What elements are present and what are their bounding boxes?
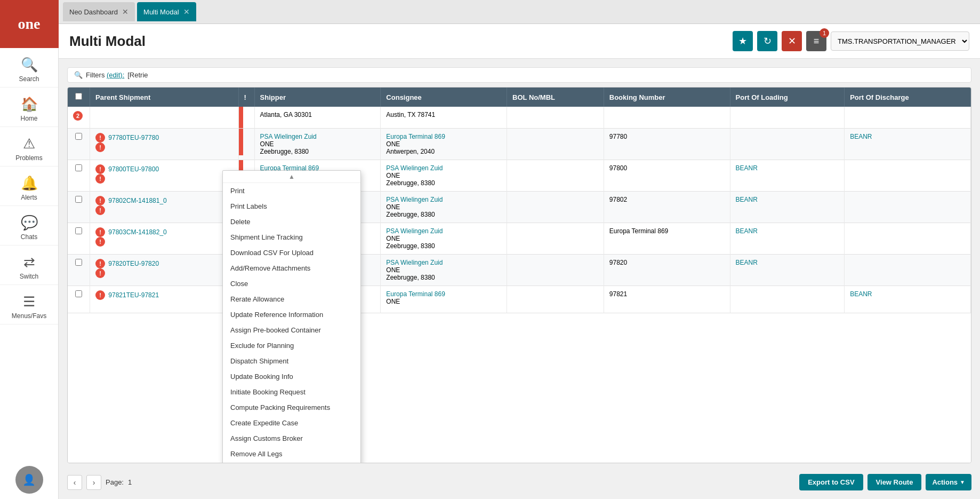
page-next-button[interactable]: ›: [86, 475, 101, 490]
consignee-cell: PSA Wielingen Zuid ONE Zeebrugge, 8380: [381, 255, 507, 286]
tab-close-icon[interactable]: ✕: [122, 7, 128, 16]
user-select[interactable]: TMS.TRANSPORTATION_MANAGER: [831, 31, 969, 51]
menu-item-create-expedite[interactable]: Create Expedite Case: [223, 415, 360, 431]
current-page: 1: [128, 478, 132, 486]
table-body: 2 Atlanta, GA 30301 Austin, TX 78741: [68, 107, 971, 313]
header-actions: ★ ↻ ✕ ≡ 1 TMS.TRANSPORTATION_MANAGER: [733, 31, 969, 51]
table-row: 2 Atlanta, GA 30301 Austin, TX 78741: [68, 107, 971, 129]
shipment-link[interactable]: 97820TEU-97820: [108, 260, 159, 267]
close-button[interactable]: ✕: [782, 31, 802, 51]
tab-label: Neo Dashboard: [69, 8, 118, 16]
red-indicator: [239, 107, 243, 128]
row-checkbox[interactable]: [75, 227, 82, 234]
export-csv-button[interactable]: Export to CSV: [799, 474, 863, 490]
menu-item-print[interactable]: Print: [223, 183, 360, 199]
shipper-link[interactable]: PSA Wielingen Zuid: [260, 133, 317, 140]
sidebar-item-label: Problems: [15, 154, 43, 162]
bol-cell: [507, 223, 604, 255]
row-checkbox-cell[interactable]: [68, 223, 90, 255]
tab-close-icon[interactable]: ✕: [183, 7, 190, 16]
sidebar-item-switch[interactable]: ⇄ Switch: [0, 245, 58, 285]
row-checkbox[interactable]: [75, 133, 82, 140]
sidebar: one 🔍 Search 🏠 Home ⚠ Problems 🔔 Alerts …: [0, 0, 59, 499]
bol-cell: [507, 255, 604, 286]
table-header-row: Parent Shipment ! Shipper Consignee BOL …: [68, 88, 971, 107]
menu-item-update-booking[interactable]: Update Booking Info: [223, 369, 360, 384]
shipment-link[interactable]: 97780TEU-97780: [108, 134, 159, 141]
row-checkbox-cell[interactable]: [68, 160, 90, 192]
menu-item-update-reference[interactable]: Update Reference Information: [223, 307, 360, 322]
consignee-sub2: Zeebrugge, 8380: [386, 179, 435, 187]
tab-multi-modal[interactable]: Multi Modal ✕: [137, 2, 196, 21]
sidebar-item-chats[interactable]: 💬 Chats: [0, 206, 58, 245]
select-all-checkbox[interactable]: [75, 93, 82, 100]
shipment-link[interactable]: 97802CM-141881_0: [108, 197, 166, 204]
actions-button[interactable]: Actions ▼: [926, 474, 971, 490]
error-badge: !: [95, 290, 105, 300]
consignee-sub1: ONE: [386, 298, 400, 305]
menu-item-close[interactable]: Close: [223, 276, 360, 291]
menu-item-add-attachments[interactable]: Add/Remove Attachments: [223, 260, 360, 276]
bell-icon: 🔔: [21, 175, 38, 192]
consignee-link[interactable]: PSA Wielingen Zuid: [386, 259, 443, 266]
row-checkbox[interactable]: [75, 196, 82, 203]
menu-item-create-problem[interactable]: Create Manual Problem For Shipments: [223, 462, 360, 463]
menu-item-initiate-booking[interactable]: Initiate Booking Request: [223, 384, 360, 400]
menu-item-dispatch[interactable]: Dispatch Shipment: [223, 353, 360, 369]
sidebar-item-alerts[interactable]: 🔔 Alerts: [0, 167, 58, 206]
consignee-link[interactable]: PSA Wielingen Zuid: [386, 164, 443, 172]
avatar[interactable]: 👤: [15, 466, 43, 494]
menu-item-rerate[interactable]: Rerate Allowance: [223, 291, 360, 307]
row-checkbox[interactable]: [75, 164, 82, 171]
menu-icon: ☰: [23, 294, 35, 310]
booking-cell: 97800: [604, 160, 730, 192]
page-prev-button[interactable]: ‹: [67, 475, 82, 490]
filters-edit-link[interactable]: (edit):: [107, 71, 124, 79]
alert-cell: [238, 107, 254, 129]
menu-item-print-labels[interactable]: Print Labels: [223, 199, 360, 214]
row-checkbox[interactable]: [75, 290, 82, 297]
menu-scroll-up[interactable]: ▲: [223, 171, 360, 183]
star-icon: ★: [738, 35, 747, 47]
shipment-link[interactable]: 97821TEU-97821: [108, 291, 159, 299]
menu-item-assign-container[interactable]: Assign Pre-booked Container: [223, 322, 360, 338]
menu-item-remove-legs[interactable]: Remove All Legs: [223, 446, 360, 462]
consignee-cell: PSA Wielingen Zuid ONE Zeebrugge, 8380: [381, 160, 507, 192]
consignee-link[interactable]: PSA Wielingen Zuid: [386, 196, 443, 203]
main-area: Neo Dashboard ✕ Multi Modal ✕ Multi Moda…: [59, 0, 980, 499]
sidebar-item-problems[interactable]: ⚠ Problems: [0, 127, 58, 167]
shipper-cell: PSA Wielingen Zuid ONE Zeebrugge, 8380: [254, 129, 381, 160]
port-discharge-cell: [845, 255, 971, 286]
consignee-link[interactable]: Europa Terminal 869: [386, 133, 445, 140]
actions-label: Actions: [932, 478, 958, 486]
menu-button[interactable]: ≡ 1: [806, 31, 826, 51]
consignee-sub1: ONE: [386, 266, 400, 274]
row-checkbox-cell[interactable]: 2: [68, 107, 90, 129]
refresh-button[interactable]: ↻: [757, 31, 777, 51]
menu-item-exclude-planning[interactable]: Exclude for Planning: [223, 338, 360, 353]
table-row: ! 97780TEU-97780 ! PSA Wielingen Zuid ON…: [68, 129, 971, 160]
row-checkbox-cell[interactable]: [68, 129, 90, 160]
row-checkbox-cell[interactable]: [68, 192, 90, 223]
shipment-link[interactable]: 97803CM-141882_0: [108, 228, 166, 236]
view-route-button[interactable]: View Route: [867, 474, 922, 490]
sidebar-item-home[interactable]: 🏠 Home: [0, 88, 58, 127]
sidebar-item-search[interactable]: 🔍 Search: [0, 48, 58, 88]
app-logo[interactable]: one: [0, 0, 59, 48]
booking-cell: 97821: [604, 286, 730, 313]
consignee-link[interactable]: PSA Wielingen Zuid: [386, 227, 443, 235]
star-button[interactable]: ★: [733, 31, 753, 51]
menu-item-shipment-line-tracking[interactable]: Shipment Line Tracking: [223, 229, 360, 245]
menu-item-assign-customs[interactable]: Assign Customs Broker: [223, 431, 360, 446]
menu-item-delete[interactable]: Delete: [223, 214, 360, 229]
row-checkbox-cell[interactable]: [68, 286, 90, 313]
tab-neo-dashboard[interactable]: Neo Dashboard ✕: [63, 2, 135, 21]
consignee-link[interactable]: Europa Terminal 869: [386, 290, 445, 298]
shipment-link[interactable]: 97800TEU-97800: [108, 165, 159, 173]
menu-item-compute-packing[interactable]: Compute Packing Requirements: [223, 400, 360, 415]
menu-item-download-csv[interactable]: Download CSV For Upload: [223, 245, 360, 260]
row-checkbox[interactable]: [75, 259, 82, 266]
sidebar-item-menus-favs[interactable]: ☰ Menus/Favs: [0, 285, 58, 324]
consignee-sub2: Zeebrugge, 8380: [386, 211, 435, 218]
row-checkbox-cell[interactable]: [68, 255, 90, 286]
